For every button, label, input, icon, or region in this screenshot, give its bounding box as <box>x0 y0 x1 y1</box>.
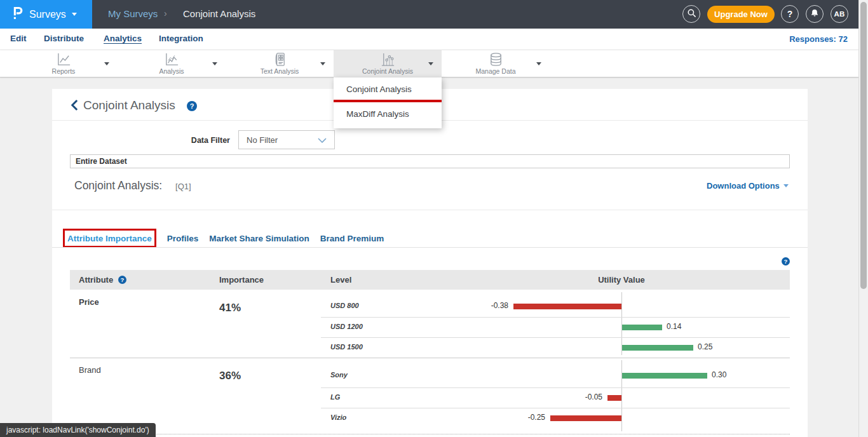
toolbar-analysis-label: Analysis <box>118 67 226 75</box>
attribute-name: Brand <box>79 365 101 375</box>
data-filter-select[interactable]: No Filter <box>238 130 335 149</box>
tab-attribute-importance[interactable]: Attribute Importance <box>67 234 152 243</box>
divider <box>52 247 808 248</box>
notifications-button[interactable] <box>806 5 824 23</box>
database-icon <box>442 51 550 67</box>
scatter-chart-icon <box>334 51 442 67</box>
menu-item-maxdiff-analysis[interactable]: MaxDiff Analysis <box>334 102 442 126</box>
toolbar-reports[interactable]: Reports <box>10 50 118 77</box>
toolbar-manage-data[interactable]: Manage Data <box>442 50 550 77</box>
tab-profiles[interactable]: Profiles <box>167 234 199 243</box>
level-label: LG <box>330 393 340 401</box>
level-row-separator <box>321 408 790 408</box>
conjoint-analysis-panel: Conjoint Analysis ? Data Filter No Filte… <box>52 89 808 437</box>
toolbar-conjoint-label: Conjoint Analysis <box>334 67 442 75</box>
level-row-separator <box>321 317 790 318</box>
upgrade-now-button[interactable]: Upgrade Now <box>707 6 775 23</box>
nav-distribute[interactable]: Distribute <box>44 34 84 43</box>
scrollbar-thumb[interactable] <box>860 2 867 289</box>
search-icon <box>687 8 696 20</box>
line-chart-icon <box>10 51 118 67</box>
breadcrumb-my-surveys[interactable]: My Surveys <box>108 8 158 19</box>
table-body: Price41%USD 800-0.38USD 12000.14USD 1500… <box>70 270 790 437</box>
level-label: Sony <box>330 371 348 379</box>
level-label: USD 1500 <box>330 343 363 351</box>
text-book-icon <box>226 51 334 67</box>
download-options-button[interactable]: Download Options <box>707 181 789 191</box>
download-options-label: Download Options <box>707 181 780 191</box>
utility-bar-negative <box>550 415 621 421</box>
utility-bar-negative <box>513 304 621 309</box>
analytics-toolbar: Reports Analysis Text An <box>0 50 858 77</box>
chevron-down-icon[interactable] <box>104 62 109 65</box>
toolbar-text-analysis-label: Text Analysis <box>226 67 334 75</box>
chevron-down-icon <box>318 134 327 145</box>
chevron-down-icon[interactable] <box>536 62 541 65</box>
attribute-name: Price <box>79 297 99 307</box>
tab-brand-premium[interactable]: Brand Premium <box>320 234 384 243</box>
divider <box>52 210 808 210</box>
toolbar-analysis[interactable]: Analysis <box>118 50 226 77</box>
utility-bar-positive <box>622 325 662 330</box>
survey-nav: Edit Distribute Analytics Integration Re… <box>0 29 868 50</box>
level-label: USD 800 <box>330 302 359 309</box>
title-help-icon[interactable]: ? <box>187 101 197 111</box>
product-switcher[interactable]: Surveys <box>0 0 92 29</box>
utility-bar-negative <box>607 395 621 401</box>
analysis-chart-icon <box>118 51 226 67</box>
utility-value: -0.38 <box>491 301 508 310</box>
clipped-row-separator <box>70 434 790 434</box>
chevron-down-icon[interactable] <box>212 62 217 65</box>
question-reference: [Q1] <box>175 182 191 191</box>
question-mark-icon: ? <box>787 9 793 19</box>
data-filter-label: Data Filter <box>179 136 230 145</box>
importance-value: 41% <box>219 302 241 314</box>
level-row-separator <box>321 337 790 338</box>
status-bar-link-preview: javascript: loadNavLink('showConjoint.do… <box>0 423 156 437</box>
annotation-red-box: Attribute Importance <box>63 229 156 248</box>
breadcrumb-current: Conjoint Analysis <box>183 8 255 19</box>
toolbar-reports-label: Reports <box>10 67 118 75</box>
avatar-initials: AB <box>834 10 844 18</box>
chevron-down-icon <box>783 184 789 187</box>
toolbar-text-analysis[interactable]: Text Analysis <box>226 50 334 77</box>
utility-value: 0.25 <box>698 342 712 351</box>
utility-bar-positive <box>622 345 693 351</box>
level-label: USD 1200 <box>330 323 363 330</box>
tab-bar: Attribute Importance Profiles Market Sha… <box>63 229 384 248</box>
user-avatar[interactable]: AB <box>831 5 848 23</box>
menu-item-conjoint-analysis[interactable]: Conjoint Analysis <box>334 77 442 101</box>
top-bar: Surveys My Surveys › Conjoint Analysis U… <box>0 0 868 29</box>
utility-bar-positive <box>622 373 707 379</box>
brand-label: Surveys <box>29 9 66 20</box>
importance-value: 36% <box>219 370 241 382</box>
back-chevron-icon[interactable] <box>70 100 78 113</box>
dataset-field[interactable]: Entire Dataset <box>70 154 790 168</box>
nav-analytics[interactable]: Analytics <box>104 34 142 43</box>
responses-count[interactable]: Responses: 72 <box>789 34 848 44</box>
conjoint-dropdown-menu: Conjoint Analysis MaxDiff Analysis <box>334 77 442 128</box>
breadcrumb-separator: › <box>164 8 167 18</box>
help-button[interactable]: ? <box>781 5 799 23</box>
chevron-down-icon[interactable] <box>428 62 433 65</box>
scrollbar-track[interactable] <box>858 0 868 437</box>
nav-integration[interactable]: Integration <box>159 34 203 43</box>
utility-value: -0.25 <box>528 413 545 422</box>
toolbar-conjoint-analysis[interactable]: Conjoint Analysis <box>334 50 442 77</box>
table-help-icon[interactable]: ? <box>782 257 790 266</box>
attribute-group-separator <box>70 358 790 358</box>
data-filter-value: No Filter <box>247 135 278 145</box>
nav-edit[interactable]: Edit <box>10 34 27 43</box>
section-heading-text: Conjoint Analysis: <box>74 179 162 192</box>
section-heading: Conjoint Analysis: [Q1] <box>74 179 191 192</box>
tab-market-share-simulation[interactable]: Market Share Simulation <box>209 234 309 243</box>
questionpro-logo-icon <box>11 6 24 23</box>
bell-icon <box>810 8 819 20</box>
zero-axis <box>621 360 622 431</box>
level-label: Vizio <box>330 413 346 421</box>
utility-value: 0.14 <box>667 322 681 331</box>
search-button[interactable] <box>682 5 700 23</box>
chevron-down-icon <box>72 13 77 16</box>
chevron-down-icon[interactable] <box>320 62 325 65</box>
utility-value: 0.30 <box>712 370 726 379</box>
